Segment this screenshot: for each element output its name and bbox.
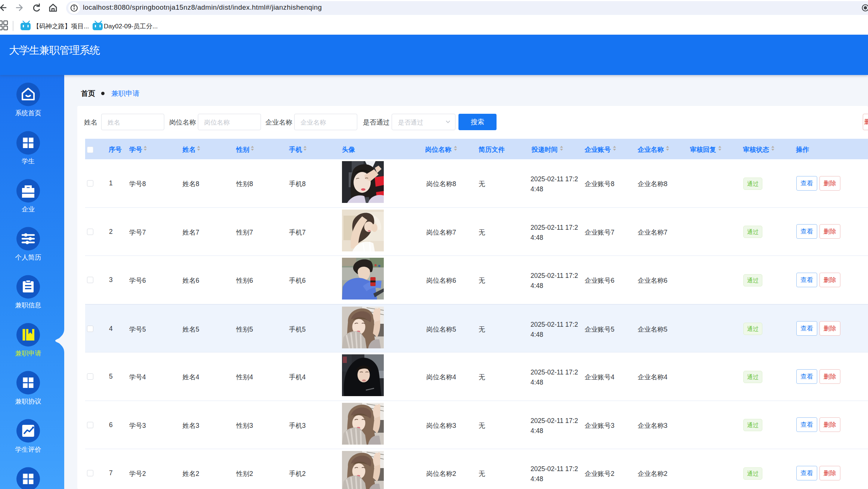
svg-text:兼职申请: 兼职申请 — [15, 349, 41, 357]
svg-text:学生: 学生 — [22, 157, 35, 165]
svg-text:学生评价: 学生评价 — [15, 446, 41, 453]
svg-text:企业: 企业 — [22, 206, 35, 213]
svg-text:系统首页: 系统首页 — [15, 109, 41, 117]
svg-text:兼职协议: 兼职协议 — [15, 398, 41, 405]
svg-text:个人简历: 个人简历 — [15, 254, 41, 261]
svg-text:兼职信息: 兼职信息 — [15, 301, 41, 309]
